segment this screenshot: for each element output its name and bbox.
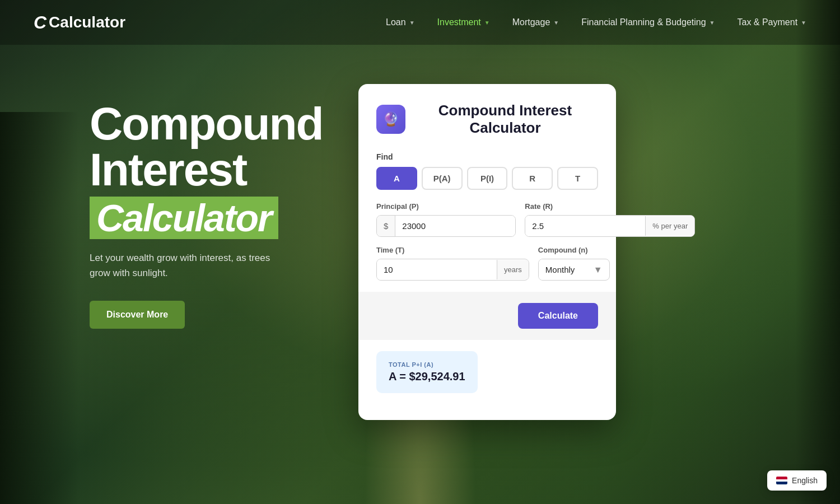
principal-input[interactable] [395,216,515,236]
calculator-title: Compound Interest Calculator [412,102,598,137]
time-group: Time (T) years [376,246,529,281]
chevron-down-icon: ▼ [484,20,490,26]
result-value: A = $29,524.91 [389,370,465,383]
nav-item-financial-planning[interactable]: Financial Planning & Budgeting ▼ [581,17,715,27]
chevron-down-icon: ▼ [587,265,609,275]
chevron-down-icon: ▼ [553,20,559,26]
result-section: TOTAL P+I (A) A = $29,524.91 [376,351,598,402]
find-btn-PA[interactable]: P(A) [422,167,463,190]
find-btn-A[interactable]: A [376,167,417,190]
principal-rate-row: Principal (P) $ Rate (R) % per year [376,202,598,237]
find-btn-PI[interactable]: P(I) [467,167,508,190]
time-label: Time (T) [376,246,529,254]
hero-title-line1: Compound [90,98,323,149]
logo[interactable]: C Calculator [34,12,125,33]
nav-link-investment[interactable]: Investment ▼ [437,17,490,27]
time-compound-row: Time (T) years Compound (n) Monthly Dail… [376,246,598,281]
discover-more-button[interactable]: Discover More [90,301,185,329]
nav-item-tax-payment[interactable]: Tax & Payment ▼ [737,17,806,27]
compound-label: Compound (n) [538,246,610,254]
compound-select-wrapper: Monthly Daily Quarterly Annually ▼ [538,259,610,281]
time-input[interactable] [377,259,497,280]
nav-links: Loan ▼ Investment ▼ Mortgage ▼ Financial… [386,17,806,27]
logo-text: Calculator [49,13,125,31]
calculate-btn-row: Calculate [358,292,616,340]
hero-title: Compound Interest Calculator [90,101,325,239]
compound-group: Compound (n) Monthly Daily Quarterly Ann… [538,246,610,281]
calculator-icon: 🔮 [376,105,405,134]
result-label: TOTAL P+I (A) [389,361,465,368]
find-label: Find [376,152,598,161]
principal-group: Principal (P) $ [376,202,516,237]
rate-input[interactable] [525,216,645,236]
time-input-wrapper: years [376,259,529,281]
chevron-down-icon: ▼ [409,20,415,26]
nav-link-financial-planning[interactable]: Financial Planning & Budgeting ▼ [581,17,715,27]
hero-subtitle: Let your wealth grow with interest, as t… [90,250,291,281]
compound-select[interactable]: Monthly Daily Quarterly Annually [539,259,587,280]
language-label: English [792,476,818,485]
dollar-sign: $ [377,216,395,236]
rate-suffix: % per year [645,216,694,236]
nav-item-loan[interactable]: Loan ▼ [386,17,415,27]
chevron-down-icon: ▼ [710,20,715,26]
find-buttons-group: A P(A) P(I) R T [376,167,598,190]
hero-section: Compound Interest Calculator Let your we… [90,78,325,329]
logo-c-letter: C [34,12,46,33]
principal-label: Principal (P) [376,202,516,211]
principal-input-wrapper: $ [376,215,516,237]
calculator-card: 🔮 Compound Interest Calculator Find A P(… [358,84,616,420]
nav-link-mortgage[interactable]: Mortgage ▼ [512,17,559,27]
rate-label: Rate (R) [525,202,695,211]
language-switcher[interactable]: English [767,470,827,491]
navbar: C Calculator Loan ▼ Investment ▼ Mortgag… [0,0,840,45]
nav-item-mortgage[interactable]: Mortgage ▼ [512,17,559,27]
find-btn-T[interactable]: T [557,167,598,190]
calculator-header: 🔮 Compound Interest Calculator [376,102,598,137]
rate-group: Rate (R) % per year [525,202,695,237]
chevron-down-icon: ▼ [801,20,806,26]
rate-input-wrapper: % per year [525,215,695,237]
years-suffix: years [497,260,529,279]
find-btn-R[interactable]: R [512,167,553,190]
nav-link-loan[interactable]: Loan ▼ [386,17,415,27]
nav-item-investment[interactable]: Investment ▼ [437,17,490,27]
hero-title-line2: Interest [90,144,246,195]
us-flag-icon [776,477,787,484]
result-card: TOTAL P+I (A) A = $29,524.91 [376,351,478,393]
calculate-button[interactable]: Calculate [518,303,598,329]
main-content: Compound Interest Calculator Let your we… [0,45,840,504]
nav-link-tax-payment[interactable]: Tax & Payment ▼ [737,17,806,27]
hero-title-line3: Calculator [90,197,278,239]
